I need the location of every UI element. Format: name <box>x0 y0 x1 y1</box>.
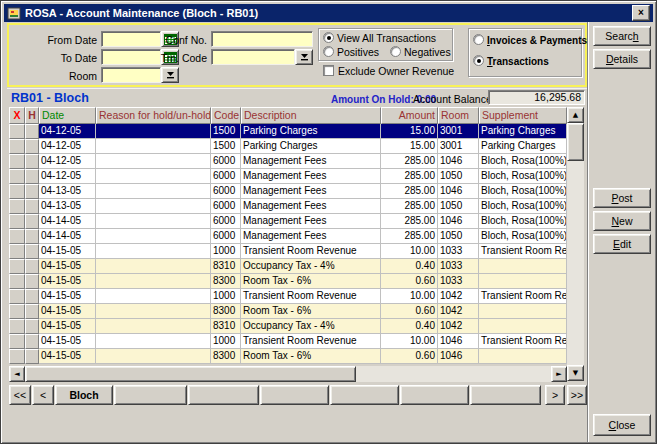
column-header-h[interactable]: H <box>25 107 39 124</box>
post-button[interactable]: Post <box>593 188 651 208</box>
transactions-radio[interactable] <box>473 55 484 66</box>
trn-code-input[interactable] <box>211 49 295 65</box>
close-button[interactable]: Close <box>593 414 651 436</box>
cell-supplement: Transient Room Reven <box>479 289 567 304</box>
column-header-reason-for-hold-un-hold[interactable]: Reason for hold/un-hold <box>96 107 211 124</box>
column-header-supplement[interactable]: Supplement <box>479 107 567 124</box>
table-row[interactable]: 04-12-051500Parking Charges15.003001Park… <box>9 139 567 154</box>
cell-code: 6000 <box>211 214 241 229</box>
horizontal-scrollbar-thumb[interactable] <box>25 366 356 382</box>
scroll-up-button[interactable]: ▲ <box>567 107 584 123</box>
conf-no-input[interactable] <box>211 31 313 47</box>
cell-room: 1046 <box>438 334 479 349</box>
cell-supplement <box>479 259 567 274</box>
column-header-x[interactable]: X <box>9 107 25 124</box>
tab-bloch[interactable]: Bloch <box>55 385 113 405</box>
cell-code: 1000 <box>211 244 241 259</box>
positives-radio[interactable] <box>323 46 334 57</box>
tab-empty[interactable] <box>188 385 259 405</box>
column-header-code[interactable]: Code <box>211 107 241 124</box>
invoices-payments-radio[interactable] <box>473 34 484 45</box>
cell-supplement <box>479 349 567 364</box>
exclude-owner-revenue-checkbox[interactable] <box>323 65 334 76</box>
column-header-room[interactable]: Room <box>438 107 479 124</box>
column-header-amount[interactable]: Amount <box>381 107 438 124</box>
room-input[interactable] <box>101 67 161 83</box>
table-row[interactable]: 04-15-058300Room Tax - 6%0.601046 <box>9 349 567 364</box>
trn-code-dropdown-button[interactable] <box>295 49 313 65</box>
account-maintenance-window: ROSA - Account Maintenance (Bloch - RB01… <box>0 0 657 444</box>
details-button[interactable]: Details <box>593 49 651 69</box>
tab-nav-last[interactable]: >> <box>567 385 587 405</box>
tab-empty[interactable] <box>470 385 541 405</box>
cell-description: Transient Room Revenue <box>241 244 381 259</box>
cell-x <box>9 154 25 169</box>
table-row[interactable]: 04-15-051000Transient Room Revenue10.001… <box>9 244 567 259</box>
tab-empty[interactable] <box>114 385 187 405</box>
scroll-right-button[interactable]: ► <box>551 366 567 382</box>
cell-reason <box>96 274 211 289</box>
cell-supplement <box>479 274 567 289</box>
edit-button[interactable]: Edit <box>593 234 651 254</box>
new-button[interactable]: New <box>593 211 651 231</box>
tab-nav-prev[interactable]: < <box>32 385 54 405</box>
cell-reason <box>96 319 211 334</box>
cell-amount: 0.40 <box>381 319 438 334</box>
table-row[interactable]: 04-15-051000Transient Room Revenue10.001… <box>9 334 567 349</box>
cell-h <box>25 184 39 199</box>
table-row[interactable]: 04-14-056000Management Fees285.001046Blo… <box>9 214 567 229</box>
cell-description: Transient Room Revenue <box>241 334 381 349</box>
account-balance-label: Account Balance <box>413 93 492 105</box>
column-header-description[interactable]: Description <box>241 107 381 124</box>
from-date-label: From Date <box>31 34 97 46</box>
table-row[interactable]: 04-12-051500Parking Charges15.003001Park… <box>9 124 567 139</box>
table-row[interactable]: 04-14-056000Management Fees285.001050Blo… <box>9 229 567 244</box>
cell-h <box>25 274 39 289</box>
cell-description: Management Fees <box>241 154 381 169</box>
titlebar[interactable]: ROSA - Account Maintenance (Bloch - RB01… <box>4 4 653 22</box>
column-header-date[interactable]: Date <box>39 107 96 124</box>
table-row[interactable]: 04-15-058310Occupancy Tax - 4%0.401033 <box>9 259 567 274</box>
table-row[interactable]: 04-15-058300Room Tax - 6%0.601042 <box>9 304 567 319</box>
table-row[interactable]: 04-12-056000Management Fees285.001046Blo… <box>9 154 567 169</box>
room-dropdown-button[interactable] <box>161 67 179 83</box>
table-row[interactable]: 04-15-058300Room Tax - 6%0.601033 <box>9 274 567 289</box>
negatives-radio[interactable] <box>390 46 401 57</box>
view-all-transactions-radio[interactable] <box>323 32 334 43</box>
cell-room: 1042 <box>438 319 479 334</box>
vertical-scrollbar[interactable]: ▲ ▼ <box>567 107 584 381</box>
search-button[interactable]: Search <box>593 26 651 46</box>
tab-nav-next[interactable]: > <box>545 385 565 405</box>
table-row[interactable]: 04-13-056000Management Fees285.001046Blo… <box>9 184 567 199</box>
table-row[interactable]: 04-12-056000Management Fees285.001050Blo… <box>9 169 567 184</box>
cell-supplement <box>479 304 567 319</box>
view-all-transactions-label: View All Transactions <box>337 32 436 44</box>
tab-empty[interactable] <box>260 385 329 405</box>
cell-x <box>9 169 25 184</box>
scroll-left-button[interactable]: ◄ <box>9 366 25 382</box>
tab-nav-first[interactable]: << <box>9 385 31 405</box>
cell-h <box>25 124 39 139</box>
cell-h <box>25 304 39 319</box>
cell-x <box>9 334 25 349</box>
cell-reason <box>96 139 211 154</box>
cell-room: 1046 <box>438 154 479 169</box>
table-row[interactable]: 04-15-051000Transient Room Revenue10.001… <box>9 289 567 304</box>
transactions-label: Transactions <box>487 56 549 67</box>
scroll-down-button[interactable]: ▼ <box>567 365 584 381</box>
grid-body[interactable]: 04-12-051500Parking Charges15.003001Park… <box>9 124 567 364</box>
table-row[interactable]: 04-13-056000Management Fees285.001050Blo… <box>9 199 567 214</box>
cell-code: 6000 <box>211 169 241 184</box>
vertical-scrollbar-thumb[interactable] <box>567 123 584 161</box>
cell-room: 1033 <box>438 259 479 274</box>
window-close-button[interactable]: × <box>632 5 650 21</box>
horizontal-scrollbar[interactable]: ◄ ► <box>9 366 567 382</box>
cell-room: 1042 <box>438 304 479 319</box>
cell-amount: 0.40 <box>381 259 438 274</box>
trn-code-label: Trn. Code <box>141 52 207 64</box>
tab-empty[interactable] <box>330 385 399 405</box>
tab-empty[interactable] <box>400 385 469 405</box>
table-row[interactable]: 04-15-058310Occupancy Tax - 4%0.401042 <box>9 319 567 334</box>
cell-date: 04-15-05 <box>39 289 96 304</box>
cell-h <box>25 334 39 349</box>
